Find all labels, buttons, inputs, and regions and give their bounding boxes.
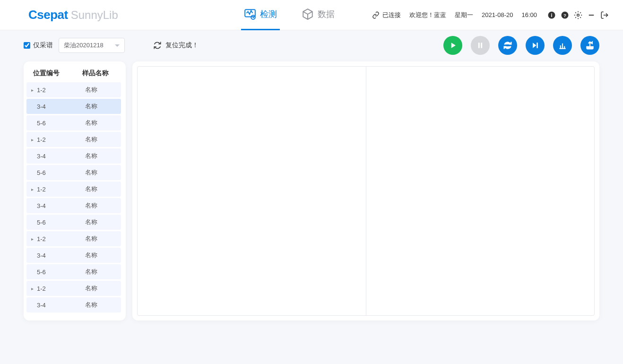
table-row[interactable]: ▸1-2名称 [26,281,121,296]
row-pos: 1-2 [37,186,46,193]
row-pos: 5-6 [37,269,46,276]
row-pos: 3-4 [37,302,46,309]
only-spectrum-checkbox[interactable]: 仅采谱 [24,41,53,50]
toolbar: 仅采谱 柴油20201218 复位完成！ [0,30,623,61]
table-row[interactable]: 3-4名称 [26,148,121,164]
export-button[interactable] [580,36,599,55]
table-row[interactable]: ▸1-2名称 [26,182,121,197]
row-name: 名称 [64,168,118,177]
row-name: 名称 [64,201,118,210]
app-logo: Csepat SunnyLib [28,8,118,22]
row-pos: 1-2 [37,285,46,292]
next-button[interactable] [526,36,545,55]
row-pos: 3-4 [37,153,46,160]
row-name: 名称 [64,234,118,243]
row-pos: 5-6 [37,120,46,127]
caret-icon: ▸ [31,187,36,192]
table-row[interactable]: 3-4名称 [26,297,121,312]
col-name: 样品名称 [71,69,120,78]
row-name: 名称 [64,218,118,226]
row-name: 名称 [64,135,118,144]
main-area: 位置编号 样品名称 ▸1-2名称3-4名称5-6名称▸1-2名称3-4名称5-6… [0,61,623,330]
content-panel [132,61,599,321]
svg-text:i: i [551,12,553,17]
time-text: 16:00 [521,11,537,18]
caret-icon: ▸ [31,286,36,291]
caret-icon: ▸ [31,137,36,142]
caret-icon: ▸ [31,87,36,93]
header-right: 已连接 欢迎您！蓝蓝 星期一 2021-08-20 16:00 i ? [372,11,609,19]
row-name: 名称 [64,284,118,293]
logo-sub: SunnyLib [71,9,118,22]
table-row[interactable]: ▸1-2名称 [26,231,121,246]
pause-button[interactable] [471,36,490,55]
tab-detect[interactable]: 检测 [241,0,280,30]
tab-label: 检测 [260,9,277,20]
row-pos: 1-2 [37,235,46,243]
row-pos: 1-2 [37,87,46,94]
tab-data[interactable]: 数据 [299,0,337,30]
settings-icon[interactable] [574,11,582,19]
conn-text: 已连接 [382,11,401,19]
nav-tabs: 检测 数据 [241,0,337,30]
sample-select[interactable]: 柴油20201218 [59,38,125,53]
table-row[interactable]: 5-6名称 [26,165,121,180]
logo-main: Csepat [28,8,68,22]
minimize-icon[interactable] [587,11,596,19]
caret-icon: ▸ [31,236,36,242]
row-pos: 3-4 [37,103,46,110]
checkbox-label: 仅采谱 [33,41,53,50]
svg-rect-8 [478,43,480,48]
list-header: 位置编号 样品名称 [26,69,123,82]
table-row[interactable]: 5-6名称 [26,115,121,130]
svg-rect-10 [536,43,538,48]
row-name: 名称 [64,152,118,160]
logout-icon[interactable] [600,11,609,19]
row-name: 名称 [64,268,118,276]
help-icon[interactable]: ? [561,11,569,19]
action-buttons [443,36,599,55]
row-name: 名称 [64,301,118,309]
header: Csepat SunnyLib 检测 数据 已连接 欢迎您！蓝蓝 星期一 202… [0,0,623,30]
table-row[interactable]: 3-4名称 [26,198,121,213]
weekday-text: 星期一 [455,11,473,19]
date-text: 2021-08-20 [482,11,513,18]
row-name: 名称 [64,251,118,260]
content-inner [137,66,595,316]
chart-button[interactable] [553,36,572,55]
pulse-icon [244,8,256,20]
row-pos: 1-2 [37,136,46,143]
row-name: 名称 [64,86,118,94]
row-pos: 5-6 [37,169,46,176]
link-icon [372,11,380,19]
tab-label: 数据 [318,9,335,20]
checkbox-input[interactable] [24,42,30,49]
table-row[interactable]: 5-6名称 [26,264,121,279]
table-row[interactable]: 5-6名称 [26,215,121,230]
content-right-half [366,67,595,315]
row-name: 名称 [64,102,118,111]
row-name: 名称 [64,185,118,193]
header-icons: i ? [547,11,609,19]
content-left-half [138,67,366,315]
col-pos: 位置编号 [33,69,71,78]
svg-text:?: ? [563,12,566,17]
sample-list-panel: 位置编号 样品名称 ▸1-2名称3-4名称5-6名称▸1-2名称3-4名称5-6… [24,61,126,321]
table-row[interactable]: 3-4名称 [26,99,121,114]
row-name: 名称 [64,119,118,127]
info-icon[interactable]: i [547,11,556,19]
refresh-icon [153,41,162,50]
status-text: 复位完成！ [165,41,199,50]
select-value: 柴油20201218 [64,41,104,50]
table-row[interactable]: 3-4名称 [26,248,121,263]
refresh-button[interactable] [498,36,517,55]
table-row[interactable]: ▸1-2名称 [26,82,121,97]
connection-status: 已连接 [372,11,401,19]
sample-list[interactable]: ▸1-2名称3-4名称5-6名称▸1-2名称3-4名称5-6名称▸1-2名称3-… [26,82,123,313]
row-pos: 3-4 [37,252,46,259]
row-pos: 3-4 [37,202,46,209]
table-row[interactable]: ▸1-2名称 [26,132,121,147]
welcome-text: 欢迎您！蓝蓝 [409,11,446,19]
cube-icon [302,8,314,20]
play-button[interactable] [443,36,462,55]
